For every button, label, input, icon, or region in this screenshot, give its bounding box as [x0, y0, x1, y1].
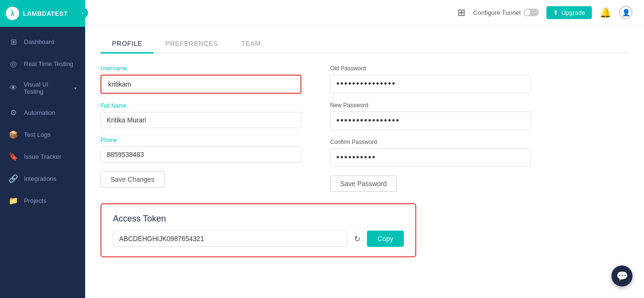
old-password-label: Old Password: [330, 65, 531, 72]
sidebar-collapse-button[interactable]: ‹: [78, 8, 88, 18]
tab-preferences[interactable]: PREFERENCES: [154, 35, 230, 53]
profile-tabs: PROFILE PREFERENCES TEAM: [100, 35, 629, 54]
username-label: Username: [100, 65, 301, 72]
sidebar-item-test-logs[interactable]: 📦 Test Logs: [0, 123, 85, 145]
automation-icon: ⚙: [9, 108, 18, 117]
confirm-password-input[interactable]: [330, 148, 531, 167]
topbar: ⊞ Configure Tunnel ⬆ Upgrade 🔔 👤: [85, 0, 644, 25]
sidebar-item-dashboard[interactable]: ⊞ Dashboard: [0, 31, 85, 53]
username-group: Username: [100, 65, 301, 94]
confirm-password-group: Confirm Password: [330, 139, 531, 167]
sidebar-label-test-logs: Test Logs: [24, 131, 51, 138]
tab-profile[interactable]: PROFILE: [100, 35, 154, 54]
save-changes-button[interactable]: Save Changes: [100, 171, 165, 188]
new-password-label: New Password: [330, 102, 531, 109]
configure-tunnel-label: Configure Tunnel: [473, 9, 521, 16]
sidebar-label-real-time-testing: Real Time Testing: [24, 60, 73, 67]
password-right-column: Old Password New Password Confirm Passwo…: [330, 65, 531, 192]
sidebar-item-integrations[interactable]: 🔗 Integrations: [0, 167, 85, 189]
upgrade-label: Upgrade: [561, 9, 585, 16]
apps-grid-icon[interactable]: ⊞: [457, 7, 466, 18]
test-logs-icon: 📦: [9, 130, 18, 139]
chevron-down-icon: ▾: [74, 86, 77, 91]
logo-text: LAMBDATEST: [23, 10, 68, 17]
sidebar-label-automation: Automation: [24, 109, 56, 116]
sidebar-item-issue-tracker[interactable]: 🔖 Issue Tracker: [0, 145, 85, 167]
username-input[interactable]: [102, 77, 300, 92]
confirm-password-label: Confirm Password: [330, 139, 531, 145]
sidebar-label-visual-ui: Visual UI Testing: [23, 81, 68, 95]
notifications-bell-icon[interactable]: 🔔: [600, 7, 611, 18]
access-token-title: Access Token: [113, 214, 404, 224]
fullname-input[interactable]: [100, 112, 301, 128]
save-password-button[interactable]: Save Password: [330, 176, 397, 192]
logo-icon: λ: [6, 7, 19, 20]
username-highlight-border: [100, 75, 301, 94]
phone-input[interactable]: [100, 146, 301, 163]
sidebar-item-automation[interactable]: ⚙ Automation: [0, 101, 85, 123]
sidebar: λ LAMBDATEST ⊞ Dashboard ◎ Real Time Tes…: [0, 0, 85, 298]
chat-icon: 💬: [616, 270, 628, 282]
chat-support-button[interactable]: 💬: [611, 265, 633, 287]
user-avatar[interactable]: 👤: [619, 6, 633, 19]
configure-tunnel-section: Configure Tunnel: [473, 9, 539, 16]
fullname-label: Full Name: [100, 102, 301, 109]
old-password-input[interactable]: [330, 75, 531, 93]
new-password-input[interactable]: [330, 111, 531, 130]
tunnel-toggle[interactable]: [523, 9, 539, 16]
sidebar-label-projects: Projects: [24, 197, 46, 204]
upgrade-button[interactable]: ⬆ Upgrade: [546, 6, 592, 19]
sidebar-label-integrations: Integrations: [24, 175, 56, 182]
profile-form-section: Username Full Name Phone Save Changes: [100, 65, 629, 192]
tab-team[interactable]: TEAM: [230, 35, 272, 53]
sidebar-item-visual-ui-testing[interactable]: 👁 Visual UI Testing ▾: [0, 75, 85, 101]
new-password-group: New Password: [330, 102, 531, 130]
phone-label: Phone: [100, 137, 301, 143]
phone-group: Phone: [100, 137, 301, 163]
access-token-section: Access Token ↻ Copy: [100, 203, 416, 257]
profile-content: PROFILE PREFERENCES TEAM Username Full N…: [85, 25, 644, 267]
old-password-group: Old Password: [330, 65, 531, 93]
sidebar-label-issue-tracker: Issue Tracker: [24, 153, 61, 160]
refresh-token-icon[interactable]: ↻: [351, 232, 363, 246]
sidebar-item-real-time-testing[interactable]: ◎ Real Time Testing: [0, 53, 85, 75]
sidebar-nav: ⊞ Dashboard ◎ Real Time Testing 👁 Visual…: [0, 27, 85, 298]
access-token-row: ↻ Copy: [113, 231, 404, 247]
fullname-group: Full Name: [100, 102, 301, 128]
issue-tracker-icon: 🔖: [9, 152, 18, 161]
visual-ui-icon: 👁: [9, 83, 18, 93]
upgrade-icon: ⬆: [553, 9, 558, 16]
access-token-input[interactable]: [113, 231, 347, 247]
user-icon: 👤: [622, 9, 630, 16]
integrations-icon: 🔗: [9, 174, 18, 183]
profile-left-column: Username Full Name Phone Save Changes: [100, 65, 301, 192]
projects-icon: 📁: [9, 196, 18, 205]
sidebar-item-projects[interactable]: 📁 Projects: [0, 189, 85, 211]
copy-token-button[interactable]: Copy: [367, 231, 404, 247]
main-content: ⊞ Configure Tunnel ⬆ Upgrade 🔔 👤 PROFILE…: [85, 0, 644, 298]
real-time-testing-icon: ◎: [9, 59, 18, 68]
sidebar-logo[interactable]: λ LAMBDATEST: [0, 0, 85, 27]
dashboard-icon: ⊞: [9, 37, 18, 46]
sidebar-label-dashboard: Dashboard: [24, 38, 55, 45]
